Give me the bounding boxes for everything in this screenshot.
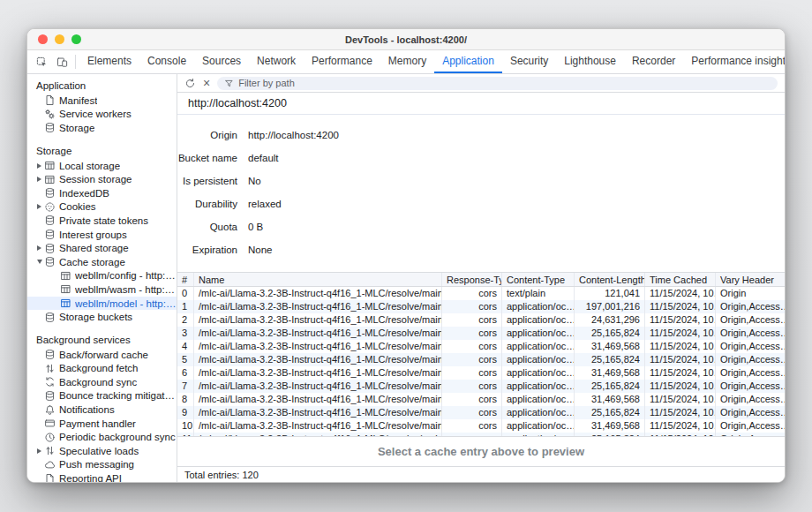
arrows-updown-icon [44, 445, 59, 456]
sidebar-item-webllm-wasm-http-loca[interactable]: webllm/wasm - http://loca… [27, 282, 177, 297]
tab-sources[interactable]: Sources [194, 50, 249, 73]
sidebar-item-service-workers[interactable]: Service workers [27, 108, 177, 122]
tab-lighthouse[interactable]: Lighthouse [556, 50, 624, 73]
table-row[interactable]: 7/mlc-ai/Llama-3.2-3B-Instruct-q4f16_1-M… [177, 380, 785, 393]
cell-time-cached: 11/15/2024, 10… [645, 287, 716, 300]
window-title: DevTools - localhost:4200/ [27, 34, 785, 45]
column-header-content-type[interactable]: Content-Type [502, 273, 575, 286]
cell-vary-header: Origin,Access… [716, 300, 785, 313]
cell-vary-header: Origin,Access… [716, 313, 785, 327]
sidebar-item-back-forward-cache[interactable]: Back/forward cache [27, 348, 177, 362]
tab-security[interactable]: Security [502, 50, 556, 73]
arrows-updown-icon [44, 363, 59, 374]
sidebar-item-local-storage[interactable]: Local storage [27, 159, 177, 173]
sidebar-item-storage[interactable]: Storage [27, 121, 177, 135]
table-row[interactable]: 6/mlc-ai/Llama-3.2-3B-Instruct-q4f16_1-M… [177, 366, 785, 380]
sidebar-item-payment-handler[interactable]: Payment handler [27, 417, 177, 431]
table-row[interactable]: 4/mlc-ai/Llama-3.2-3B-Instruct-q4f16_1-M… [177, 340, 785, 353]
sidebar-section-title: Background services [27, 332, 177, 348]
sidebar-item-bounce-tracking-mitigations[interactable]: Bounce tracking mitigations [27, 389, 177, 403]
table-row[interactable]: 3/mlc-ai/Llama-3.2-3B-Instruct-q4f16_1-M… [177, 327, 785, 340]
sidebar-item-push-messaging[interactable]: Push messaging [27, 458, 177, 472]
tab-performance-insights[interactable]: Performance insights [683, 50, 786, 73]
cell-content-length: 31,469,568 [575, 366, 645, 380]
column-header-vary-header[interactable]: Vary Header [716, 273, 785, 286]
tab-memory[interactable]: Memory [380, 50, 434, 73]
cell-time-cached: 11/15/2024, 10… [645, 300, 716, 313]
tab-console[interactable]: Console [139, 50, 194, 73]
tree-arrow-expanded-icon[interactable] [34, 260, 44, 264]
tree-arrow-collapsed-icon[interactable] [34, 245, 44, 251]
table-icon [60, 270, 75, 282]
inspect-element-icon[interactable] [36, 56, 48, 68]
sidebar-item-periodic-background-sync[interactable]: Periodic background sync [27, 430, 177, 444]
sidebar-item-reporting-api[interactable]: Reporting API [27, 471, 177, 482]
tree-arrow-collapsed-icon[interactable] [34, 204, 44, 209]
column-header-time-cached[interactable]: Time Cached [645, 273, 716, 286]
panel-tabs: ElementsConsoleSourcesNetworkPerformance… [79, 50, 786, 73]
tab-network[interactable]: Network [249, 50, 304, 73]
cell-response-type: cors [442, 406, 502, 419]
tab-recorder[interactable]: Recorder [624, 50, 683, 73]
minimize-window-button[interactable] [55, 34, 64, 44]
close-window-button[interactable] [38, 34, 48, 44]
sidebar-item-private-state-tokens[interactable]: Private state tokens [27, 214, 177, 228]
status-bar: Total entries: 120 [177, 466, 785, 482]
tree-arrow-collapsed-icon[interactable] [34, 177, 44, 182]
metadata-value: None [237, 245, 273, 255]
zoom-window-button[interactable] [71, 34, 81, 44]
metadata-value: No [237, 176, 261, 186]
column-header-[interactable]: # [177, 273, 194, 286]
cache-storage-panel: × Filter by path http://localhost:4200 O… [177, 74, 785, 482]
file-icon [44, 473, 59, 482]
cell-response-type: cors [442, 300, 502, 313]
sidebar-item-session-storage[interactable]: Session storage [27, 172, 177, 186]
sidebar-item-shared-storage[interactable]: Shared storage [27, 241, 177, 255]
cell-: 10 [177, 419, 194, 433]
column-header-response-type[interactable]: Response-Type [442, 273, 502, 286]
tree-arrow-collapsed-icon[interactable] [34, 448, 44, 454]
sidebar-item-manifest[interactable]: Manifest [27, 94, 177, 108]
tab-elements[interactable]: Elements [79, 50, 139, 73]
sidebar-item-cache-storage[interactable]: Cache storage [27, 255, 177, 269]
sidebar-item-background-fetch[interactable]: Background fetch [27, 362, 177, 376]
sidebar-item-indexeddb[interactable]: IndexedDB [27, 186, 177, 200]
refresh-icon[interactable] [184, 78, 196, 89]
cloud-icon [44, 459, 59, 471]
table-row[interactable]: 8/mlc-ai/Llama-3.2-3B-Instruct-q4f16_1-M… [177, 393, 785, 406]
sidebar-item-cookies[interactable]: Cookies [27, 200, 177, 215]
cell-vary-header: Origin,Access… [716, 327, 785, 340]
sidebar-item-webllm-config-http-loc[interactable]: webllm/config - http://loc… [27, 269, 177, 283]
tab-performance[interactable]: Performance [304, 50, 380, 73]
sidebar-item-speculative-loads[interactable]: Speculative loads [27, 444, 177, 458]
database-icon [44, 243, 59, 254]
funnel-icon [224, 79, 234, 88]
cell-content-length: 197,001,216 [575, 300, 645, 313]
column-header-name[interactable]: Name [194, 273, 442, 286]
sidebar-item-interest-groups[interactable]: Interest groups [27, 228, 177, 242]
device-toolbar-icon[interactable] [56, 56, 68, 68]
clear-icon[interactable]: × [203, 77, 210, 89]
table-row[interactable]: 5/mlc-ai/Llama-3.2-3B-Instruct-q4f16_1-M… [177, 353, 785, 366]
sidebar-item-storage-buckets[interactable]: Storage buckets [27, 310, 177, 324]
table-row[interactable]: 0/mlc-ai/Llama-3.2-3B-Instruct-q4f16_1-M… [177, 287, 785, 300]
table-header-row: #NameResponse-TypeContent-TypeContent-Le… [177, 273, 785, 287]
sidebar-item-background-sync[interactable]: Background sync [27, 375, 177, 389]
devtools-window: DevTools - localhost:4200/ ElementsConso… [26, 28, 786, 483]
table-row[interactable]: 10/mlc-ai/Llama-3.2-3B-Instruct-q4f16_1-… [177, 419, 785, 433]
sidebar-item-notifications[interactable]: Notifications [27, 403, 177, 417]
table-row[interactable]: 1/mlc-ai/Llama-3.2-3B-Instruct-q4f16_1-M… [177, 300, 785, 313]
table-row[interactable]: 2/mlc-ai/Llama-3.2-3B-Instruct-q4f16_1-M… [177, 313, 785, 327]
metadata-row: Originhttp://localhost:4200 [177, 124, 785, 147]
cell-name: /mlc-ai/Llama-3.2-3B-Instruct-q4f16_1-ML… [194, 353, 442, 366]
metadata-row: Bucket namedefault [177, 147, 785, 169]
cell-response-type: cors [442, 393, 502, 406]
column-header-content-length[interactable]: Content-Length [575, 273, 645, 286]
sidebar-item-webllm-model-http-loc[interactable]: webllm/model - http://loc… [27, 297, 177, 311]
metadata-label: Expiration [177, 245, 237, 255]
table-row[interactable]: 9/mlc-ai/Llama-3.2-3B-Instruct-q4f16_1-M… [177, 406, 785, 419]
cell-content-type: application/oc… [502, 327, 575, 340]
filter-by-path-input[interactable]: Filter by path [217, 77, 778, 90]
tree-arrow-collapsed-icon[interactable] [34, 163, 44, 169]
tab-application[interactable]: Application [434, 50, 502, 73]
